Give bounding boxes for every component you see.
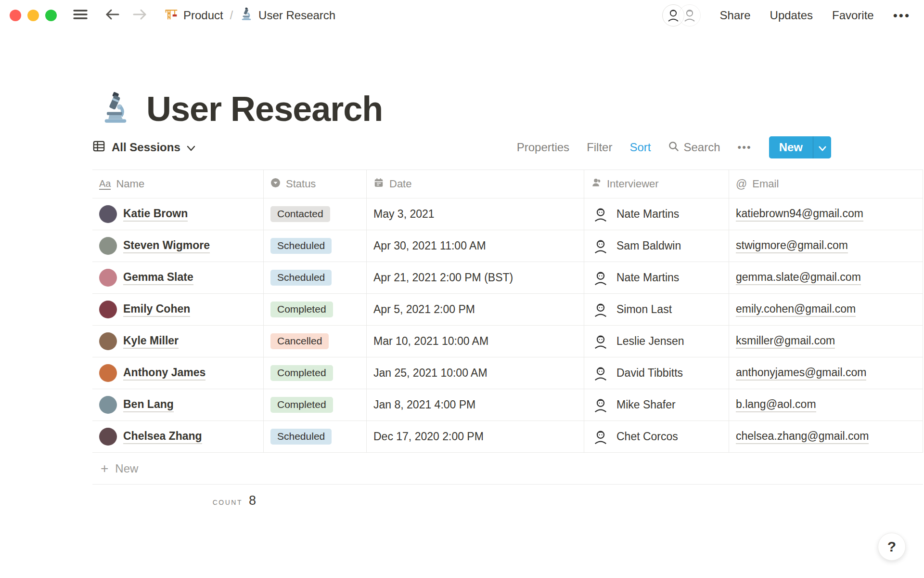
favorite-button[interactable]: Favorite bbox=[832, 9, 874, 22]
search-button[interactable]: Search bbox=[668, 141, 720, 155]
view-switcher[interactable]: All Sessions bbox=[92, 140, 195, 156]
interviewer-cell[interactable]: Nate Martins bbox=[584, 262, 729, 293]
new-dropdown-button[interactable] bbox=[813, 136, 831, 158]
share-button[interactable]: Share bbox=[720, 9, 751, 22]
date-cell[interactable]: Apr 30, 2021 11:00 AM bbox=[367, 230, 584, 262]
database-table: Aa Name Status Date Interviewer @ Email bbox=[92, 170, 923, 508]
sort-button[interactable]: Sort bbox=[629, 141, 651, 154]
row-name-text: Gemma Slate bbox=[123, 271, 193, 285]
interviewer-cell[interactable]: David Tibbitts bbox=[584, 357, 729, 389]
email-cell[interactable]: katiebrown94@gmail.com bbox=[729, 198, 923, 230]
date-cell[interactable]: Apr 21, 2021 2:00 PM (BST) bbox=[367, 262, 584, 293]
row-date: Dec 17, 2020 2:00 PM bbox=[373, 430, 484, 443]
status-cell[interactable]: Contacted bbox=[264, 198, 367, 230]
properties-button[interactable]: Properties bbox=[517, 141, 569, 154]
more-options-button[interactable]: ••• bbox=[893, 8, 911, 23]
interviewer-avatar bbox=[591, 205, 610, 224]
status-cell[interactable]: Completed bbox=[264, 357, 367, 389]
interviewer-avatar bbox=[591, 395, 610, 415]
status-cell[interactable]: Scheduled bbox=[264, 262, 367, 293]
status-cell[interactable]: Scheduled bbox=[264, 421, 367, 452]
email-cell[interactable]: chelsea.zhang@gmail.com bbox=[729, 421, 923, 452]
date-cell[interactable]: Mar 10, 2021 10:00 AM bbox=[367, 326, 584, 357]
column-header-name[interactable]: Aa Name bbox=[92, 170, 264, 198]
row-date: Jan 8, 2021 4:00 PM bbox=[373, 398, 475, 411]
name-cell[interactable]: Ben Lang bbox=[92, 389, 264, 420]
page-title[interactable]: User Research bbox=[146, 92, 383, 126]
name-cell[interactable]: Emily Cohen bbox=[92, 294, 264, 325]
view-options-button[interactable]: ••• bbox=[738, 141, 752, 154]
title-property-icon: Aa bbox=[99, 179, 111, 190]
interviewer-avatar bbox=[591, 332, 610, 351]
count-label: COUNT bbox=[213, 499, 243, 506]
name-cell[interactable]: Steven Wigmore bbox=[92, 230, 264, 262]
interviewer-cell[interactable]: Leslie Jensen bbox=[584, 326, 729, 357]
row-email-text: b.lang@aol.com bbox=[736, 398, 816, 412]
row-name-text: Anthony James bbox=[123, 366, 205, 381]
name-cell[interactable]: Chelsea Zhang bbox=[92, 421, 264, 452]
breadcrumb-separator: / bbox=[230, 9, 233, 22]
count-calculation[interactable]: COUNT 8 bbox=[92, 485, 264, 508]
forward-arrow-icon bbox=[132, 8, 147, 23]
email-cell[interactable]: b.lang@aol.com bbox=[729, 389, 923, 420]
interviewer-cell[interactable]: Mike Shafer bbox=[584, 389, 729, 420]
avatar bbox=[99, 237, 117, 255]
column-header-date[interactable]: Date bbox=[367, 170, 584, 198]
avatar bbox=[99, 205, 117, 223]
email-cell[interactable]: anthonyjames@gmail.com bbox=[729, 357, 923, 389]
help-button[interactable]: ? bbox=[878, 533, 906, 561]
row-date: Apr 21, 2021 2:00 PM (BST) bbox=[373, 271, 513, 284]
status-cell[interactable]: Completed bbox=[264, 294, 367, 325]
breadcrumb-item-product[interactable]: Product bbox=[165, 7, 223, 24]
table-header: Aa Name Status Date Interviewer @ Email bbox=[92, 170, 923, 198]
minimize-button[interactable] bbox=[27, 10, 39, 21]
column-header-status[interactable]: Status bbox=[264, 170, 367, 198]
back-arrow-icon bbox=[105, 8, 120, 23]
presence-avatars[interactable] bbox=[662, 4, 701, 26]
column-label: Interviewer bbox=[607, 178, 659, 190]
column-header-email[interactable]: @ Email bbox=[729, 170, 923, 198]
interviewer-avatar bbox=[591, 427, 610, 447]
updates-button[interactable]: Updates bbox=[770, 9, 813, 22]
at-icon: @ bbox=[736, 178, 747, 191]
interviewer-cell[interactable]: Nate Martins bbox=[584, 198, 729, 230]
email-cell[interactable]: stwigmore@gmail.com bbox=[729, 230, 923, 262]
interviewer-cell[interactable]: Simon Last bbox=[584, 294, 729, 325]
interviewer-cell[interactable]: Chet Corcos bbox=[584, 421, 729, 452]
back-button[interactable] bbox=[105, 8, 120, 23]
name-cell[interactable]: Anthony James bbox=[92, 357, 264, 389]
new-button-label[interactable]: New bbox=[769, 136, 813, 158]
zoom-button[interactable] bbox=[45, 10, 57, 21]
interviewer-cell[interactable]: Sam Baldwin bbox=[584, 230, 729, 262]
date-cell[interactable]: Jan 25, 2021 10:00 AM bbox=[367, 357, 584, 389]
filter-button[interactable]: Filter bbox=[587, 141, 612, 154]
name-cell[interactable]: Gemma Slate bbox=[92, 262, 264, 293]
email-cell[interactable]: gemma.slate@gmail.com bbox=[729, 262, 923, 293]
date-cell[interactable]: Dec 17, 2020 2:00 PM bbox=[367, 421, 584, 452]
new-row-label: New bbox=[115, 462, 138, 475]
breadcrumb-item-user-research[interactable]: User Research bbox=[240, 7, 335, 24]
email-cell[interactable]: emily.cohen@gmail.com bbox=[729, 294, 923, 325]
breadcrumb-label: User Research bbox=[258, 9, 335, 22]
date-cell[interactable]: Jan 8, 2021 4:00 PM bbox=[367, 389, 584, 420]
breadcrumb-label: Product bbox=[183, 9, 223, 22]
status-cell[interactable]: Cancelled bbox=[264, 326, 367, 357]
new-button[interactable]: New bbox=[769, 136, 831, 158]
status-cell[interactable]: Scheduled bbox=[264, 230, 367, 262]
date-cell[interactable]: Apr 5, 2021 2:00 PM bbox=[367, 294, 584, 325]
row-date: Jan 25, 2021 10:00 AM bbox=[373, 367, 488, 380]
row-email-text: ksmiller@gmail.com bbox=[736, 334, 835, 349]
status-cell[interactable]: Completed bbox=[264, 389, 367, 420]
name-cell[interactable]: Kyle Miller bbox=[92, 326, 264, 357]
page-microscope-icon[interactable] bbox=[99, 92, 132, 126]
close-button[interactable] bbox=[10, 10, 21, 21]
date-cell[interactable]: May 3, 2021 bbox=[367, 198, 584, 230]
new-row-button[interactable]: + New bbox=[92, 453, 923, 485]
avatar bbox=[99, 364, 117, 382]
table-row: Emily Cohen Completed Apr 5, 2021 2:00 P… bbox=[92, 294, 923, 326]
sidebar-toggle-button[interactable] bbox=[73, 9, 88, 22]
name-cell[interactable]: Katie Brown bbox=[92, 198, 264, 230]
forward-button[interactable] bbox=[132, 8, 147, 23]
email-cell[interactable]: ksmiller@gmail.com bbox=[729, 326, 923, 357]
column-header-interviewer[interactable]: Interviewer bbox=[584, 170, 729, 198]
